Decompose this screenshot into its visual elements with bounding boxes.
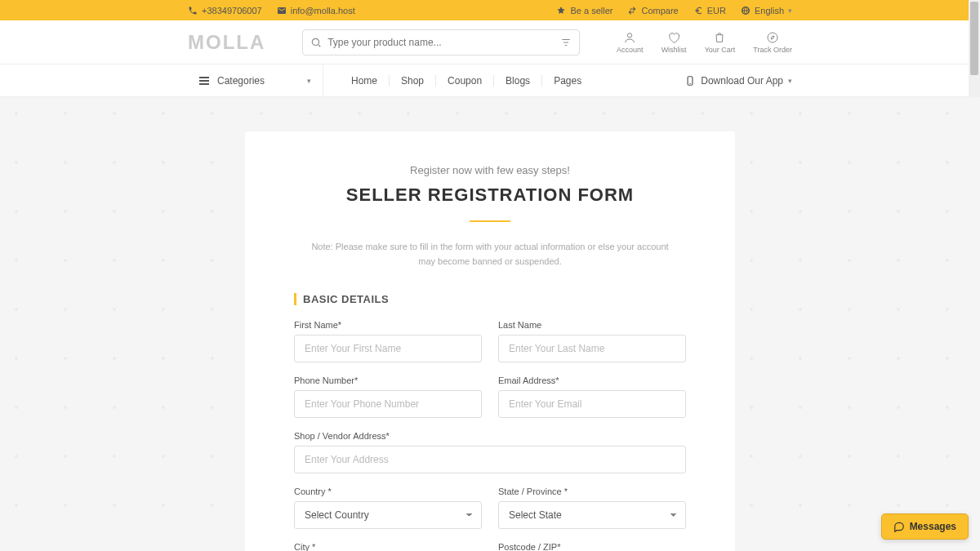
phone-icon: [188, 6, 198, 16]
seller-text: Be a seller: [570, 6, 612, 16]
main-header: MOLLA Account Wishlist Your Cart Track O…: [0, 20, 980, 64]
email-link[interactable]: info@molla.host: [277, 6, 355, 16]
scrollbar-thumb[interactable]: [970, 2, 978, 75]
seller-icon: [556, 6, 566, 16]
phone-input[interactable]: [294, 390, 482, 418]
form-subtitle: Register now with few easy steps!: [294, 164, 686, 176]
hamburger-icon: [199, 77, 209, 85]
be-seller-link[interactable]: Be a seller: [556, 6, 612, 16]
state-label: State / Province *: [498, 487, 686, 496]
currency-icon: [693, 6, 703, 16]
top-bar: +38349706007 info@molla.host Be a seller…: [0, 0, 980, 20]
email-text: info@molla.host: [291, 6, 355, 16]
email-label: Email Address*: [498, 375, 686, 385]
phone-text: +38349706007: [202, 6, 262, 16]
account-link[interactable]: Account: [617, 31, 644, 54]
logo[interactable]: MOLLA: [188, 31, 265, 54]
user-icon: [623, 31, 636, 44]
compare-link[interactable]: Compare: [627, 6, 678, 16]
categories-button[interactable]: Categories ▾: [188, 64, 323, 97]
chevron-down-icon: ▾: [788, 77, 792, 85]
registration-form-card: Register now with few easy steps! SELLER…: [245, 131, 735, 551]
compare-text: Compare: [641, 6, 678, 16]
country-select[interactable]: Select Country: [294, 501, 482, 529]
mail-icon: [277, 6, 287, 16]
form-note: Note: Please make sure to fill in the fo…: [294, 240, 686, 269]
compare-icon: [627, 6, 637, 16]
search-icon: [310, 37, 322, 48]
track-order-link[interactable]: Track Order: [753, 31, 792, 54]
country-label: Country *: [294, 487, 482, 496]
last-name-input[interactable]: [498, 335, 686, 362]
chat-icon: [893, 521, 905, 532]
compass-icon: [766, 31, 779, 44]
postcode-label: Postcode / ZIP*: [498, 542, 686, 551]
email-input[interactable]: [498, 390, 686, 418]
currency-text: EUR: [707, 6, 726, 16]
currency-select[interactable]: EUR: [693, 6, 726, 16]
title-underline: [470, 220, 510, 222]
last-name-label: Last Name: [498, 320, 686, 330]
nav-blogs[interactable]: Blogs: [494, 75, 542, 87]
download-app-button[interactable]: Download Our App ▾: [684, 75, 792, 87]
filter-icon[interactable]: [560, 37, 572, 48]
phone-device-icon: [684, 75, 696, 87]
chevron-down-icon: ▾: [788, 7, 792, 15]
nav-links: Home Shop Coupon Blogs Pages: [340, 75, 593, 87]
section-basic-details: BASIC DETAILS: [294, 293, 686, 305]
language-text: English: [755, 6, 784, 16]
account-label: Account: [617, 46, 644, 54]
form-title: SELLER REGISTRATION FORM: [294, 184, 686, 206]
bag-icon: [713, 31, 726, 44]
nav-pages[interactable]: Pages: [542, 75, 593, 87]
phone-link[interactable]: +38349706007: [188, 6, 262, 16]
language-select[interactable]: English ▾: [741, 6, 792, 16]
svg-point-0: [313, 38, 319, 45]
address-input[interactable]: [294, 446, 686, 473]
nav-coupon[interactable]: Coupon: [436, 75, 494, 87]
globe-icon: [741, 6, 751, 16]
messages-label: Messages: [910, 521, 956, 532]
nav-home[interactable]: Home: [340, 75, 390, 87]
page-background: Register now with few easy steps! SELLER…: [0, 97, 980, 551]
svg-point-2: [768, 33, 777, 42]
heart-icon: [667, 31, 680, 44]
download-label: Download Our App: [701, 75, 783, 87]
svg-point-1: [628, 33, 632, 37]
wishlist-link[interactable]: Wishlist: [662, 31, 687, 54]
search-input[interactable]: [302, 29, 580, 56]
cart-link[interactable]: Your Cart: [705, 31, 736, 54]
nav-bar: Categories ▾ Home Shop Coupon Blogs Page…: [0, 64, 980, 97]
track-label: Track Order: [753, 46, 792, 54]
cart-label: Your Cart: [705, 46, 736, 54]
first-name-input[interactable]: [294, 335, 482, 362]
city-label: City *: [294, 542, 482, 551]
messages-widget[interactable]: Messages: [881, 513, 969, 540]
address-label: Shop / Vendor Address*: [294, 431, 686, 441]
first-name-label: First Name*: [294, 320, 482, 330]
chevron-down-icon: ▾: [307, 77, 311, 85]
wishlist-label: Wishlist: [662, 46, 687, 54]
state-select[interactable]: Select State: [498, 501, 686, 529]
phone-label: Phone Number*: [294, 375, 482, 385]
search-bar: [302, 29, 580, 56]
categories-label: Categories: [217, 75, 265, 87]
nav-shop[interactable]: Shop: [390, 75, 436, 87]
